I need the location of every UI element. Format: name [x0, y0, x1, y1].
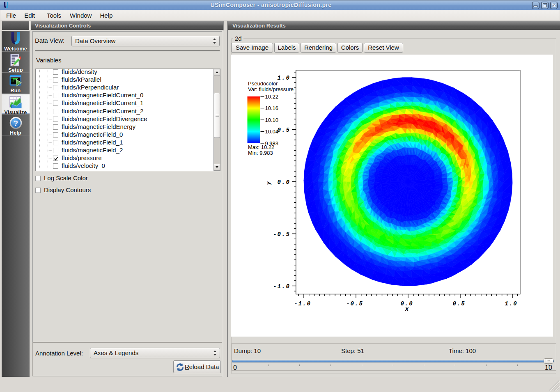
svg-text:0.5: 0.5: [278, 127, 290, 133]
svg-text:?: ?: [13, 119, 18, 128]
svg-text:1.0: 1.0: [505, 300, 517, 307]
svg-text:Var: fluids/pressure: Var: fluids/pressure: [248, 86, 294, 92]
svg-text:Pseudocolor: Pseudocolor: [248, 80, 278, 87]
svg-text:0.0: 0.0: [278, 179, 290, 186]
svg-text:-0.5: -0.5: [273, 231, 290, 238]
svg-text:10.10: 10.10: [265, 117, 279, 123]
svg-text:Max: 10.22: Max: 10.22: [248, 144, 274, 150]
svg-text:Min: 9.983: Min: 9.983: [248, 150, 273, 156]
svg-text:-1.0: -1.0: [294, 300, 311, 307]
svg-text:10.04: 10.04: [265, 128, 279, 135]
svg-text:-1.0: -1.0: [273, 283, 290, 290]
svg-text:10.16: 10.16: [265, 105, 279, 111]
svg-text:10.22: 10.22: [265, 94, 279, 100]
svg-text:-0.5: -0.5: [346, 300, 363, 307]
svg-text:1.0: 1.0: [278, 75, 290, 81]
svg-text:y: y: [266, 181, 272, 186]
svg-text:0.5: 0.5: [452, 300, 465, 307]
svg-text:x: x: [405, 306, 409, 312]
